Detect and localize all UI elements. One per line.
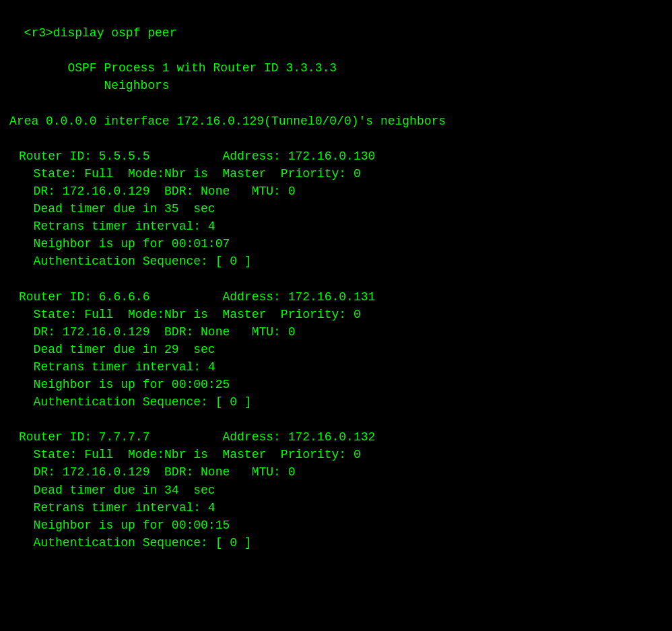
retrans-line-1: Retrans timer interval: 4 — [19, 360, 215, 374]
blank-line2 — [9, 96, 17, 110]
state-line-1: State: Full Mode:Nbr is Master Priority:… — [19, 308, 361, 321]
prompt-line: <r3>display ospf peer — [24, 26, 177, 40]
neighbor-block-1: Router ID: 6.6.6.6 Address: 172.16.0.131… — [9, 270, 663, 411]
neighbor-line-2: Neighbor is up for 00:00:15 — [19, 519, 230, 532]
router-id-line-0: Router ID: 5.5.5.5 Address: 172.16.0.130 — [19, 150, 375, 163]
auth-line-2: Authentication Sequence: [ 0 ] — [19, 536, 252, 550]
dead-line-2: Dead timer due in 34 sec — [19, 484, 215, 497]
retrans-line-0: Retrans timer interval: 4 — [19, 220, 215, 233]
dead-line-1: Dead timer due in 29 sec — [19, 343, 215, 356]
terminal-output: <r3>display ospf peer OSPF Process 1 wit… — [9, 7, 663, 130]
neighbor-block-2: Router ID: 7.7.7.7 Address: 172.16.0.132… — [9, 411, 663, 552]
header-line2: Neighbors — [9, 79, 170, 92]
neighbor-line-0: Neighbor is up for 00:01:07 — [19, 237, 230, 251]
auth-line-1: Authentication Sequence: [ 0 ] — [19, 395, 252, 409]
auth-line-0: Authentication Sequence: [ 0 ] — [19, 255, 252, 268]
dr-line-1: DR: 172.16.0.129 BDR: None MTU: 0 — [19, 325, 295, 339]
area-line: Area 0.0.0.0 interface 172.16.0.129(Tunn… — [9, 114, 446, 128]
dead-line-0: Dead timer due in 35 sec — [19, 202, 215, 215]
state-line-2: State: Full Mode:Nbr is Master Priority:… — [19, 448, 361, 461]
neighbor-block-0: Router ID: 5.5.5.5 Address: 172.16.0.130… — [9, 130, 663, 271]
blank-line — [9, 44, 17, 57]
state-line-0: State: Full Mode:Nbr is Master Priority:… — [19, 167, 361, 180]
router-id-line-2: Router ID: 7.7.7.7 Address: 172.16.0.132 — [19, 430, 375, 444]
header-line1: OSPF Process 1 with Router ID 3.3.3.3 — [9, 61, 337, 75]
neighbors-list: Router ID: 5.5.5.5 Address: 172.16.0.130… — [9, 130, 663, 552]
neighbor-line-1: Neighbor is up for 00:00:25 — [19, 378, 230, 391]
dr-line-2: DR: 172.16.0.129 BDR: None MTU: 0 — [19, 465, 295, 479]
retrans-line-2: Retrans timer interval: 4 — [19, 501, 215, 514]
router-id-line-1: Router ID: 6.6.6.6 Address: 172.16.0.131 — [19, 290, 375, 304]
dr-line-0: DR: 172.16.0.129 BDR: None MTU: 0 — [19, 185, 295, 198]
